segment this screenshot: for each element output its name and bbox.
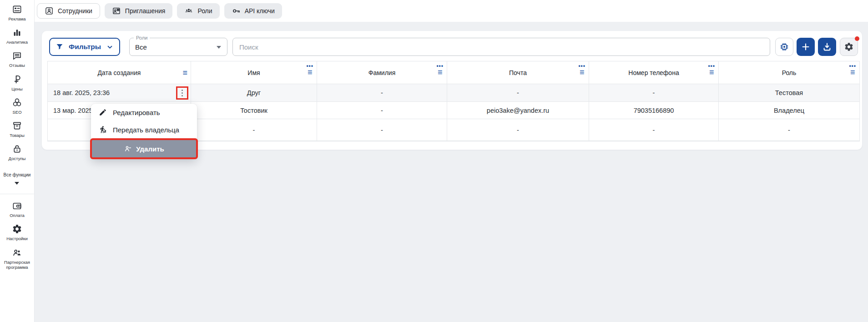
column-lines-icon[interactable]: ≡ <box>850 69 855 76</box>
add-button[interactable] <box>797 38 815 56</box>
api-key-icon <box>232 6 241 15</box>
sidebar-item-label: Реклама <box>7 16 26 21</box>
column-menu[interactable]: ••• ≡ <box>849 64 856 76</box>
seo-icon <box>12 97 22 108</box>
pencil-icon <box>99 108 107 116</box>
table-cell: peio3ake@yandex.ru <box>447 102 589 119</box>
column-header-role[interactable]: Роль ••• ≡ <box>719 61 859 84</box>
notification-dot <box>855 36 859 41</box>
column-menu[interactable]: ••• ≡ <box>578 64 585 76</box>
table-cell: 79035166890 <box>589 102 719 119</box>
column-lines-icon[interactable]: ≡ <box>580 69 585 76</box>
column-lines-icon[interactable]: ≡ <box>438 69 443 76</box>
sidebar-item-prices[interactable]: Цены <box>0 74 34 91</box>
roles-select[interactable]: Роли Все <box>129 38 227 56</box>
table-settings-button[interactable] <box>840 38 858 56</box>
table-cell: Тестовая <box>719 84 859 102</box>
sidebar-item-ads[interactable]: Реклама <box>0 4 34 21</box>
sidebar-item-reviews[interactable]: Отзывы <box>0 50 34 68</box>
sidebar-item-products[interactable]: Товары <box>0 121 34 138</box>
payment-wallet-icon <box>12 201 22 211</box>
table-cell: - <box>317 119 447 141</box>
sidebar: Реклама Аналитика Отзывы Цены SEO <box>0 0 35 322</box>
integration-chip-button[interactable] <box>775 38 793 56</box>
table-cell: - <box>191 119 317 141</box>
table-cell: Друг <box>191 84 317 102</box>
column-header-email[interactable]: Почта ••• ≡ <box>447 61 589 84</box>
employee-badge-icon <box>45 6 54 15</box>
funnel-icon <box>56 43 64 51</box>
partner-program-icon <box>12 247 22 258</box>
sidebar-item-analytics[interactable]: Аналитика <box>0 27 34 45</box>
analytics-icon <box>12 27 22 38</box>
sidebar-divider <box>0 194 35 194</box>
sidebar-item-access[interactable]: Доступы <box>0 144 34 161</box>
transfer-owner-icon <box>99 126 107 134</box>
export-download-button[interactable] <box>818 38 836 56</box>
annotation-kebab-highlight <box>176 86 188 100</box>
products-icon <box>12 121 22 131</box>
chevron-down-icon <box>15 182 19 185</box>
table-cell: - <box>719 119 859 141</box>
column-lines-icon[interactable]: ≡ <box>709 69 714 76</box>
gear-icon <box>844 42 854 52</box>
column-header-name[interactable]: Имя ••• ≡ <box>191 61 317 84</box>
table-cell: 18 авг. 2025, 23:36 <box>48 84 191 102</box>
column-header-surname[interactable]: Фамилия ••• ≡ <box>317 61 447 84</box>
sidebar-item-label: Партнерская программа <box>0 260 34 270</box>
column-menu[interactable]: ••• ≡ <box>436 64 444 76</box>
menu-item-transfer-owner[interactable]: Передать владельца <box>91 121 197 138</box>
sidebar-item-settings[interactable]: Настройки <box>0 224 34 241</box>
table-cell: - <box>317 84 447 102</box>
sidebar-item-label: SEO <box>11 110 22 115</box>
plus-icon <box>801 42 811 52</box>
sidebar-item-seo[interactable]: SEO <box>0 97 34 115</box>
filters-button[interactable]: Фильтры <box>49 38 120 56</box>
row-actions-kebab-button[interactable] <box>181 89 184 97</box>
table-cell: - <box>589 84 719 102</box>
tab-label: Роли <box>197 7 212 15</box>
prices-ruble-icon <box>12 74 22 85</box>
column-header-phone[interactable]: Номер телефона ••• ≡ <box>589 61 719 84</box>
invitation-badge-icon <box>112 6 121 15</box>
chip-icon <box>779 42 789 52</box>
column-menu[interactable]: ••• ≡ <box>708 64 715 76</box>
tab-strip: Сотрудники Приглашения Роли API ключи <box>35 0 868 22</box>
sidebar-item-partner-program[interactable]: Партнерская программа <box>0 247 34 270</box>
tab-api-keys[interactable]: API ключи <box>224 3 282 19</box>
roles-select-label: Роли <box>134 35 150 40</box>
sidebar-all-functions[interactable]: Все функции <box>3 172 32 185</box>
menu-item-edit[interactable]: Редактировать <box>91 104 197 121</box>
tab-invitations[interactable]: Приглашения <box>105 3 173 19</box>
sidebar-item-label: Цены <box>10 86 23 91</box>
sidebar-item-label: Отзывы <box>8 63 26 68</box>
all-functions-label: Все функции <box>3 172 32 178</box>
app-root: { "sidebar": { "items": [ {"label": "Рек… <box>0 0 868 322</box>
tab-roles[interactable]: Роли <box>177 3 219 19</box>
tab-employees[interactable]: Сотрудники <box>37 3 100 19</box>
column-menu[interactable]: ≡ <box>182 69 187 76</box>
roles-select-value: Все <box>135 43 147 51</box>
column-menu[interactable]: ••• ≡ <box>306 64 313 76</box>
table-cell: Тостовик <box>191 102 317 119</box>
column-lines-icon[interactable]: ≡ <box>308 69 313 76</box>
access-lock-icon <box>12 144 22 154</box>
table-cell: - <box>447 119 589 141</box>
menu-item-label: Удалить <box>136 145 164 153</box>
tab-label: Сотрудники <box>58 7 92 15</box>
sidebar-item-label: Аналитика <box>5 40 29 45</box>
ads-icon <box>12 4 22 15</box>
column-header-created[interactable]: Дата создания ≡ <box>48 61 191 84</box>
menu-item-label: Редактировать <box>113 109 160 116</box>
search-input[interactable] <box>233 38 770 55</box>
sidebar-item-label: Доступы <box>8 156 27 161</box>
sidebar-item-payment[interactable]: Оплата <box>0 201 34 218</box>
chevron-down-icon <box>106 43 114 51</box>
table-cell: - <box>589 119 719 141</box>
menu-item-label: Передать владельца <box>113 126 179 134</box>
column-lines-icon[interactable]: ≡ <box>182 69 187 76</box>
reviews-icon <box>12 50 22 61</box>
roles-group-icon <box>184 6 193 15</box>
tab-label: Приглашения <box>125 7 166 15</box>
menu-item-delete annotation-delete-highlight[interactable]: Удалить <box>90 138 198 159</box>
